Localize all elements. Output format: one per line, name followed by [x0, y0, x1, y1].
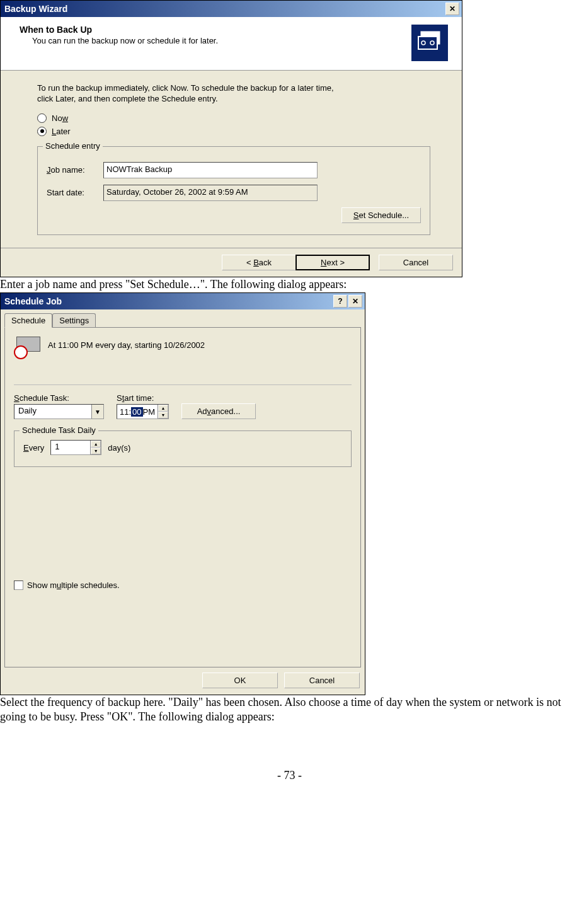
- radio-now-label: Now: [52, 113, 68, 123]
- radio-icon: [37, 127, 47, 136]
- back-button[interactable]: < Back: [222, 255, 296, 270]
- tab-schedule[interactable]: Schedule: [4, 313, 52, 328]
- job-name-input[interactable]: NOWTrak Backup: [103, 162, 318, 178]
- dialog-footer: OK Cancel: [1, 673, 365, 695]
- close-icon[interactable]: ✕: [348, 295, 362, 308]
- spinner-down-icon[interactable]: ▼: [91, 448, 101, 454]
- job-name-label: Job name:: [47, 165, 97, 175]
- cancel-button[interactable]: Cancel: [379, 255, 453, 270]
- days-label: day(s): [108, 443, 130, 453]
- titlebar: Schedule Job ? ✕: [1, 293, 365, 309]
- group-legend: Schedule entry: [43, 141, 103, 151]
- spinner-up-icon[interactable]: ▲: [158, 405, 168, 412]
- radio-later-label: Later: [52, 127, 71, 136]
- start-time-input[interactable]: 11:00 PM ▲ ▼: [117, 404, 169, 419]
- checkbox-icon: [14, 580, 23, 590]
- schedule-task-select[interactable]: Daily ▼: [14, 404, 104, 419]
- window-title: Backup Wizard: [3, 4, 67, 14]
- close-icon[interactable]: ✕: [445, 3, 459, 15]
- schedule-entry-group: Schedule entry Job name: NOWTrak Backup …: [37, 146, 430, 235]
- schedule-job-dialog: Schedule Job ? ✕ Schedule Settings At 11…: [0, 292, 365, 695]
- tab-row: Schedule Settings: [1, 309, 365, 327]
- cancel-button[interactable]: Cancel: [284, 673, 360, 688]
- time-spinner[interactable]: ▲ ▼: [158, 405, 168, 419]
- next-button[interactable]: Next >: [295, 255, 370, 270]
- titlebar: Backup Wizard ✕: [1, 1, 462, 17]
- days-spinner[interactable]: ▲ ▼: [90, 441, 101, 454]
- group-legend: Schedule Task Daily: [20, 425, 98, 435]
- instruction-text: To run the backup immediately, click Now…: [37, 83, 340, 105]
- wizard-heading: When to Back Up: [20, 25, 218, 35]
- wizard-header: When to Back Up You can run the backup n…: [1, 17, 462, 71]
- every-days-value: 1: [51, 441, 90, 454]
- every-label: Every: [23, 443, 44, 453]
- every-days-input[interactable]: 1 ▲ ▼: [50, 440, 101, 455]
- radio-icon: [37, 113, 47, 123]
- tab-settings[interactable]: Settings: [52, 313, 96, 327]
- wizard-body: To run the backup immediately, click Now…: [1, 71, 462, 248]
- start-date-input: Saturday, October 26, 2002 at 9:59 AM: [103, 185, 318, 201]
- instruction-paragraph-1: Enter a job name and press "Set Schedule…: [0, 277, 579, 293]
- schedule-tape-clock-icon: [14, 337, 39, 359]
- start-time-label: Start time:: [117, 393, 169, 403]
- backup-wizard-dialog: Backup Wizard ✕ When to Back Up You can …: [0, 0, 462, 277]
- show-multiple-checkbox[interactable]: Show multiple schedules.: [14, 580, 352, 590]
- schedule-task-value: Daily: [14, 405, 91, 419]
- wizard-footer: < Back Next > Cancel: [1, 248, 462, 277]
- radio-later[interactable]: Later: [37, 127, 430, 136]
- spinner-up-icon[interactable]: ▲: [91, 441, 101, 448]
- page-number: - 73 -: [0, 769, 579, 786]
- spinner-down-icon[interactable]: ▼: [158, 412, 168, 419]
- start-time-value: 11:00 PM: [117, 405, 158, 419]
- advanced-button[interactable]: Advanced...: [181, 403, 256, 419]
- schedule-task-label: Schedule Task:: [14, 393, 104, 403]
- instruction-paragraph-2: Select the frequency of backup here. "Da…: [0, 695, 579, 725]
- help-icon[interactable]: ?: [333, 295, 347, 308]
- wizard-subheading: You can run the backup now or schedule i…: [32, 36, 218, 45]
- window-title: Schedule Job: [3, 296, 62, 306]
- divider: [14, 384, 352, 385]
- radio-now[interactable]: Now: [37, 113, 430, 123]
- schedule-task-daily-group: Schedule Task Daily Every 1 ▲ ▼ day(s): [14, 430, 352, 467]
- set-schedule-button[interactable]: Set Schedule...: [341, 207, 421, 223]
- start-date-label: Start date:: [47, 188, 97, 197]
- schedule-tab-panel: At 11:00 PM every day, starting 10/26/20…: [4, 327, 361, 667]
- ok-button[interactable]: OK: [202, 673, 278, 688]
- backup-tape-icon: [411, 25, 448, 61]
- chevron-down-icon: ▼: [91, 405, 103, 419]
- schedule-summary-text: At 11:00 PM every day, starting 10/26/20…: [48, 337, 205, 350]
- show-multiple-label: Show multiple schedules.: [27, 580, 120, 590]
